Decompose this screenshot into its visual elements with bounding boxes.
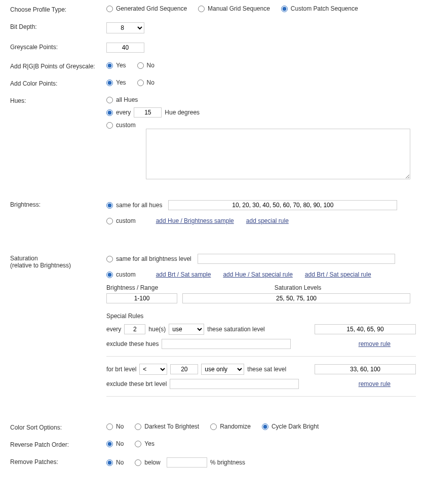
special-rule-1: every hue(s) use these saturation level … — [106, 324, 416, 349]
sort-cycle[interactable]: Cycle Dark Bright — [262, 423, 319, 430]
hues-every[interactable]: every — [106, 109, 131, 116]
sort-randomize-radio[interactable] — [210, 423, 217, 430]
rule1-every-label: every — [106, 326, 121, 333]
sort-no-radio[interactable] — [106, 423, 113, 430]
profile-type-custom-radio[interactable] — [281, 6, 288, 12]
reverse-no-radio[interactable] — [106, 441, 113, 447]
remove-no-radio[interactable] — [106, 459, 113, 466]
rule1-exclude-label: exclude these hues — [106, 340, 159, 347]
rule2-n-input[interactable] — [170, 364, 198, 374]
saturation-same-radio[interactable] — [106, 256, 113, 262]
rule2-levels-input[interactable] — [315, 364, 416, 374]
profile-type-custom[interactable]: Custom Patch Sequence — [281, 5, 358, 12]
add-brt-sat-rule-link[interactable]: add Brt / Sat special rule — [305, 271, 371, 278]
hues-custom[interactable]: custom — [106, 122, 136, 129]
rule1-these-label: these saturation level — [207, 326, 264, 333]
hues-every-radio[interactable] — [106, 109, 113, 116]
hues-custom-textarea[interactable] — [146, 129, 410, 179]
brt-range-input[interactable] — [106, 293, 177, 303]
remove-pct-input[interactable] — [167, 457, 207, 468]
add-hue-brightness-sample-link[interactable]: add Hue / Brightness sample — [156, 217, 234, 224]
rule2-these-label: these sat level — [247, 366, 286, 373]
rule-separator-2 — [106, 396, 416, 397]
sort-darkest-radio[interactable] — [135, 423, 141, 430]
add-special-rule-link[interactable]: add special rule — [246, 217, 289, 224]
greyscale-input[interactable] — [106, 43, 144, 53]
rule2-use-select[interactable]: use only — [201, 364, 244, 375]
remove-no[interactable]: No — [106, 459, 124, 466]
saturation-same-input[interactable] — [198, 254, 395, 264]
hues-degrees-label: Hue degrees — [165, 109, 200, 116]
brightness-same[interactable]: same for all hues — [106, 202, 162, 209]
hues-all-radio[interactable] — [106, 97, 113, 103]
add-rgb-no-radio[interactable] — [137, 62, 144, 69]
profile-type-manual-radio[interactable] — [198, 6, 205, 12]
remove-below-radio[interactable] — [135, 459, 141, 466]
saturation-label: Saturation — [10, 255, 38, 262]
brightness-same-input[interactable] — [168, 200, 397, 210]
remove-label: Remove Patches: — [10, 457, 106, 466]
brightness-label: Brightness: — [10, 200, 106, 208]
greyscale-label: Greyscale Points: — [10, 43, 106, 51]
saturation-sublabel: (relative to Brightness) — [10, 262, 71, 269]
rule2-exclude-label: exclude these brt level — [106, 380, 167, 387]
hues-label: Hues: — [10, 96, 106, 104]
rule1-hues-label: hue(s) — [148, 326, 166, 333]
add-rgb-yes[interactable]: Yes — [106, 62, 126, 69]
rule2-remove-link[interactable]: remove rule — [359, 380, 391, 387]
brt-range-header: Brightness / Range — [106, 284, 180, 291]
add-color-yes[interactable]: Yes — [106, 79, 126, 86]
special-rules-title: Special Rules — [106, 313, 416, 320]
reverse-no[interactable]: No — [106, 440, 124, 447]
remove-below[interactable]: below — [135, 459, 160, 466]
reverse-yes[interactable]: Yes — [135, 440, 154, 447]
sort-no[interactable]: No — [106, 423, 124, 430]
hues-all[interactable]: all Hues — [106, 96, 138, 103]
rule2-op-select[interactable]: < — [139, 364, 167, 375]
rule1-remove-link[interactable]: remove rule — [359, 340, 391, 347]
hues-degrees-input[interactable] — [134, 107, 162, 118]
add-color-yes-radio[interactable] — [106, 80, 113, 86]
bitdepth-select[interactable]: 8 — [106, 22, 144, 33]
special-rule-2: for brt level < use only these sat level… — [106, 364, 416, 389]
sat-levels-header: Saturation Levels — [180, 284, 416, 291]
reverse-label: Reverse Patch Order: — [10, 440, 106, 448]
bitdepth-label: Bit Depth: — [10, 22, 106, 30]
sort-cycle-radio[interactable] — [262, 423, 268, 430]
rule2-exclude-input[interactable] — [170, 379, 299, 389]
add-rgb-yes-radio[interactable] — [106, 62, 113, 69]
rule1-use-select[interactable]: use — [169, 324, 204, 335]
hues-custom-radio[interactable] — [106, 122, 113, 129]
profile-type-generated[interactable]: Generated Grid Sequence — [106, 5, 187, 12]
sort-darkest[interactable]: Darkest To Brightest — [135, 423, 199, 430]
add-hue-sat-rule-link[interactable]: add Hue / Sat special rule — [223, 271, 292, 278]
remove-pct-label: % brightness — [210, 459, 245, 466]
add-rgb-no[interactable]: No — [137, 62, 154, 69]
sat-levels-input[interactable] — [182, 293, 410, 303]
rule-separator — [106, 356, 416, 357]
color-sort-label: Color Sort Options: — [10, 423, 106, 431]
brightness-custom-radio[interactable] — [106, 218, 113, 224]
reverse-yes-radio[interactable] — [135, 441, 141, 447]
rule2-for-label: for brt level — [106, 366, 136, 373]
saturation-same[interactable]: same for all brightness level — [106, 255, 191, 262]
saturation-custom-radio[interactable] — [106, 272, 113, 278]
rule1-n-input[interactable] — [124, 324, 145, 334]
brightness-same-radio[interactable] — [106, 202, 113, 209]
add-color-label: Add Color Points: — [10, 79, 106, 87]
add-rgb-label: Add R|G|B Points of Greyscale: — [10, 62, 106, 70]
add-color-no[interactable]: No — [137, 79, 154, 86]
profile-type-label: Choose Profile Type: — [10, 5, 106, 13]
rule1-levels-input[interactable] — [315, 324, 416, 334]
saturation-custom[interactable]: custom — [106, 271, 136, 278]
sort-randomize[interactable]: Randomize — [210, 423, 251, 430]
profile-type-generated-radio[interactable] — [106, 6, 113, 12]
add-brt-sat-sample-link[interactable]: add Brt / Sat sample — [156, 271, 211, 278]
rule1-exclude-input[interactable] — [162, 339, 291, 349]
add-color-no-radio[interactable] — [137, 80, 144, 86]
brightness-custom[interactable]: custom — [106, 217, 136, 224]
profile-type-manual[interactable]: Manual Grid Sequence — [198, 5, 270, 12]
